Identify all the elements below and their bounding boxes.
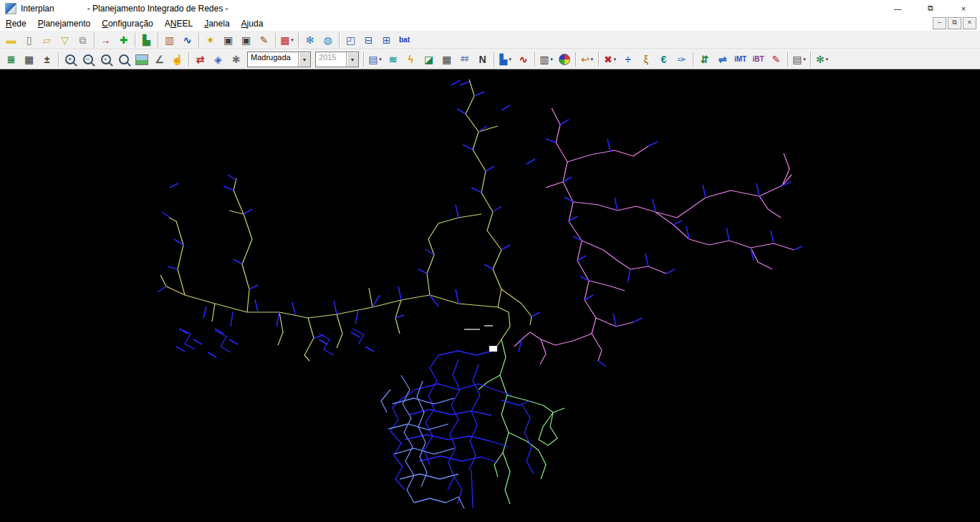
- session-icon[interactable]: ✱: [227, 51, 245, 68]
- divide-icon[interactable]: ÷: [619, 51, 637, 68]
- save-all-icon-glyph: ▣: [241, 35, 251, 45]
- menu-planejamento[interactable]: Planejamento: [32, 18, 97, 29]
- save-all-icon[interactable]: ▣: [237, 32, 255, 49]
- menu-aneel[interactable]: ANEEL: [159, 18, 198, 29]
- print-map-icon[interactable]: ▤▾: [366, 51, 384, 68]
- red-pen-icon[interactable]: ✎: [767, 51, 785, 68]
- histogram-blue-icon[interactable]: ▙▾: [496, 51, 514, 68]
- bricks-icon[interactable]: ▦▾: [278, 32, 296, 49]
- dropdown-caret-icon[interactable]: ▾: [379, 57, 382, 62]
- map-canvas[interactable]: [0, 69, 980, 522]
- interplan-logo-button[interactable]: ▬: [2, 32, 20, 49]
- minimize-button[interactable]: —: [881, 0, 914, 16]
- delete-x-icon[interactable]: ✖▾: [601, 51, 619, 68]
- service-drop-line: [355, 311, 358, 324]
- move-nodes-icon[interactable]: ⇄: [191, 51, 209, 68]
- sine-wave-icon[interactable]: ∿: [514, 51, 532, 68]
- bar-chart-icon[interactable]: ▙: [138, 32, 155, 49]
- line-chart-icon[interactable]: ∿: [178, 32, 196, 49]
- year-combo[interactable]: 2015▾: [315, 52, 359, 67]
- year-combo-arrow-icon[interactable]: ▾: [346, 52, 358, 67]
- mdi-restore-button[interactable]: ⧉: [948, 17, 961, 29]
- measure-icon[interactable]: ∠: [150, 51, 168, 68]
- zoom-window-icon[interactable]: ▪: [97, 51, 115, 68]
- draw-area-icon[interactable]: ◪: [420, 51, 438, 68]
- query-icon-glyph: ✶: [206, 35, 215, 45]
- waves-icon[interactable]: ≋: [384, 51, 402, 68]
- service-drop-line: [398, 286, 401, 300]
- bat-button[interactable]: bat: [395, 32, 413, 49]
- import-red-icon[interactable]: →: [97, 32, 115, 49]
- dropdown-caret-icon[interactable]: ▾: [550, 57, 553, 62]
- restore-button[interactable]: ⧉: [914, 0, 947, 16]
- checker-icon[interactable]: ▦: [20, 51, 38, 68]
- zoom-extents-icon[interactable]: [115, 51, 133, 68]
- network-line-y: [229, 211, 244, 214]
- grid-table-icon[interactable]: ▦: [438, 51, 456, 68]
- menu-janela[interactable]: Janela: [198, 18, 235, 29]
- objects-icon[interactable]: ◈: [209, 51, 227, 68]
- hash-icon[interactable]: ##: [456, 51, 474, 68]
- export-page-icon[interactable]: ⧉: [74, 32, 92, 49]
- open-folder-icon[interactable]: ▱: [38, 32, 56, 49]
- close-button[interactable]: ×: [947, 0, 980, 16]
- service-drop-line: [673, 221, 682, 225]
- menu-configurao[interactable]: Configuração: [96, 18, 159, 29]
- network-line-p: [514, 332, 592, 347]
- save-icon[interactable]: ▣: [219, 32, 237, 49]
- dropdown-caret-icon[interactable]: ▾: [826, 57, 829, 62]
- color-wheel-icon[interactable]: [555, 51, 573, 68]
- add-plus-icon[interactable]: ✚: [115, 32, 133, 49]
- period-combo-arrow-icon[interactable]: ▾: [298, 52, 310, 67]
- mt-voltage-button[interactable]: iMT: [731, 51, 749, 68]
- dropdown-caret-icon[interactable]: ▾: [803, 57, 806, 62]
- blue-pen-icon[interactable]: ✑: [673, 51, 691, 68]
- filter-funnel-icon[interactable]: ▽: [56, 32, 74, 49]
- settings-gear-icon[interactable]: ✻▾: [813, 51, 831, 68]
- query-icon[interactable]: ✶: [201, 32, 219, 49]
- euro-icon[interactable]: €: [655, 51, 673, 68]
- zoom-in-icon-glyph: +: [65, 54, 75, 64]
- toolbar-separator: [275, 33, 276, 47]
- lightning-icon[interactable]: ϟ: [402, 51, 420, 68]
- plus-minus-icon[interactable]: ±: [38, 51, 56, 68]
- pan-hand-icon[interactable]: ☝: [168, 51, 186, 68]
- network-line-c: [394, 448, 454, 454]
- transfer-icon[interactable]: ⇵: [696, 51, 714, 68]
- menu-ajuda[interactable]: Ajuda: [236, 18, 269, 29]
- picture-icon[interactable]: [133, 51, 150, 68]
- histogram-edit-icon[interactable]: ▥: [160, 32, 178, 49]
- mt-voltage-button-glyph: iMT: [734, 56, 746, 63]
- distribution-icon[interactable]: ▥▾: [537, 51, 555, 68]
- edit-pencil-icon[interactable]: ✎: [255, 32, 273, 49]
- dropdown-caret-icon[interactable]: ▾: [591, 57, 594, 62]
- toolbar-separator: [363, 52, 364, 67]
- report-list-icon[interactable]: ▤▾: [790, 51, 808, 68]
- globe-icon[interactable]: ◍: [319, 32, 337, 49]
- service-drop-line: [456, 289, 458, 304]
- dropdown-caret-icon[interactable]: ▾: [614, 57, 617, 62]
- rotate-icon[interactable]: ↩▾: [578, 51, 596, 68]
- network-line-b: [438, 351, 493, 355]
- dropdown-caret-icon[interactable]: ▾: [509, 57, 511, 62]
- new-file-icon[interactable]: ▯: [20, 32, 38, 49]
- dropdown-caret-icon[interactable]: ▾: [291, 37, 294, 43]
- coil-icon[interactable]: ξ: [637, 51, 655, 68]
- period-combo[interactable]: Madrugada▾: [247, 52, 311, 67]
- network-line-y: [166, 286, 498, 318]
- transformer-icon[interactable]: ⇌: [714, 51, 731, 68]
- mdi-close-button[interactable]: ×: [963, 17, 976, 29]
- menu-rede[interactable]: Rede: [0, 18, 32, 29]
- zoom-out-icon[interactable]: −: [79, 51, 97, 68]
- layers-icon[interactable]: ≣: [2, 51, 20, 68]
- mdi-minimize-button[interactable]: –: [933, 17, 946, 29]
- bt-voltage-button[interactable]: iBT: [749, 51, 767, 68]
- wizard-icon[interactable]: ✻: [301, 32, 319, 49]
- lightning-icon-glyph: ϟ: [408, 54, 413, 64]
- session-icon-glyph: ✱: [232, 54, 241, 64]
- zoom-in-icon[interactable]: +: [61, 51, 79, 68]
- cascade-windows-icon[interactable]: ◰: [342, 32, 360, 49]
- tile-vertical-icon[interactable]: ⊞: [378, 32, 395, 49]
- tile-horizontal-icon[interactable]: ⊟: [360, 32, 378, 49]
- n-label-icon[interactable]: N: [474, 51, 491, 68]
